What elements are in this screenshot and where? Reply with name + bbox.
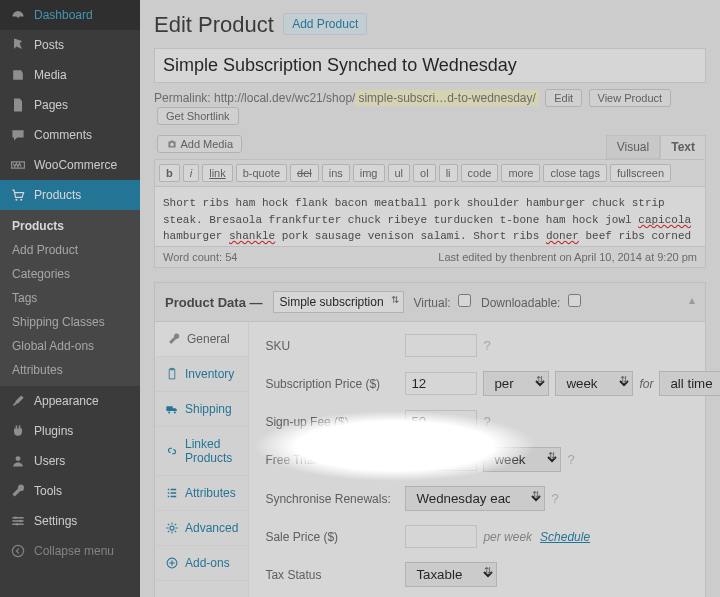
editor-toolbar: b i link b-quote del ins img ul ol li co… [154, 159, 706, 187]
tbtn-img[interactable]: img [353, 164, 385, 182]
plus-icon [165, 556, 179, 570]
edit-slug-button[interactable]: Edit [545, 89, 582, 107]
trial-input[interactable] [405, 448, 477, 471]
tab-attributes[interactable]: Attributes [155, 476, 248, 511]
help-icon[interactable]: ? [551, 491, 558, 506]
tab-visual[interactable]: Visual [606, 135, 660, 159]
downloadable-checkbox[interactable] [568, 294, 581, 307]
sidebar-item-comments[interactable]: Comments [0, 120, 140, 150]
tbtn-code[interactable]: code [461, 164, 499, 182]
svg-point-10 [168, 411, 170, 413]
tab-linked[interactable]: Linked Products [155, 427, 248, 476]
tab-general[interactable]: General [155, 322, 248, 357]
schedule-link[interactable]: Schedule [540, 530, 590, 544]
sidebar-item-tools[interactable]: Tools [0, 476, 140, 506]
sidebar-label: Products [34, 188, 81, 202]
add-media-button[interactable]: Add Media [157, 135, 242, 153]
sub-expire-select[interactable]: all time [659, 371, 720, 396]
sidebar-label: Dashboard [34, 8, 93, 22]
tbtn-closetags[interactable]: close tags [543, 164, 607, 182]
sync-label: Synchronise Renewals: [265, 492, 405, 506]
sub-interval-select[interactable]: week [555, 371, 633, 396]
submenu-add-product[interactable]: Add Product [0, 238, 140, 262]
tab-addons[interactable]: Add-ons [155, 546, 248, 581]
sale-input[interactable] [405, 525, 477, 548]
sidebar-item-dashboard[interactable]: Dashboard [0, 0, 140, 30]
help-icon[interactable]: ? [483, 414, 490, 429]
sidebar-item-appearance[interactable]: Appearance [0, 386, 140, 416]
pin-icon [10, 37, 26, 53]
field-tax-status: Tax Status Taxable [265, 562, 720, 587]
sliders-icon [10, 513, 26, 529]
collapse-menu[interactable]: Collapse menu [0, 536, 140, 566]
sidebar-item-users[interactable]: Users [0, 446, 140, 476]
product-type-select[interactable]: Simple subscription [273, 291, 404, 313]
product-title-input[interactable] [154, 48, 706, 83]
sidebar-label: Comments [34, 128, 92, 142]
sidebar-item-pages[interactable]: Pages [0, 90, 140, 120]
tbtn-b[interactable]: b [159, 164, 180, 182]
sidebar-label: Tools [34, 484, 62, 498]
tbtn-more[interactable]: more [501, 164, 540, 182]
submenu-products[interactable]: Products [0, 214, 140, 238]
sub-per-select[interactable]: per [483, 371, 549, 396]
tbtn-bquote[interactable]: b-quote [236, 164, 287, 182]
tab-shipping[interactable]: Shipping [155, 392, 248, 427]
sidebar-item-products[interactable]: Products [0, 180, 140, 210]
sub-price-label: Subscription Price ($) [265, 377, 405, 391]
tbtn-link[interactable]: link [202, 164, 233, 182]
sidebar-item-woocommerce[interactable]: WooCommerce [0, 150, 140, 180]
sidebar-item-plugins[interactable]: Plugins [0, 416, 140, 446]
dashboard-icon [10, 7, 26, 23]
signup-input[interactable] [405, 410, 477, 433]
word-count: 54 [225, 251, 237, 263]
camera-icon [166, 138, 178, 150]
get-shortlink-button[interactable]: Get Shortlink [157, 107, 239, 125]
sidebar-item-settings[interactable]: Settings [0, 506, 140, 536]
sale-label: Sale Price ($) [265, 530, 405, 544]
sku-input[interactable] [405, 334, 477, 357]
virtual-checkbox[interactable] [458, 294, 471, 307]
admin-sidebar: Dashboard Posts Media Pages Comments Woo… [0, 0, 140, 597]
tab-inventory[interactable]: Inventory [155, 357, 248, 392]
link-icon [165, 444, 179, 458]
svg-point-7 [16, 523, 18, 525]
submenu-global-addons[interactable]: Global Add-ons [0, 334, 140, 358]
tbtn-li[interactable]: li [439, 164, 458, 182]
tbtn-del[interactable]: del [290, 164, 319, 182]
tbtn-fullscreen[interactable]: fullscreen [610, 164, 671, 182]
list-icon [165, 486, 179, 500]
sub-price-input[interactable] [405, 372, 477, 395]
add-product-button[interactable]: Add Product [283, 13, 367, 35]
trial-unit-select[interactable]: week [483, 447, 561, 472]
submenu-categories[interactable]: Categories [0, 262, 140, 286]
virtual-label: Virtual: [414, 294, 471, 310]
svg-point-1 [16, 74, 19, 77]
plug-icon [10, 423, 26, 439]
content-editor[interactable]: Short ribs ham hock flank bacon meatball… [154, 187, 706, 247]
tbtn-ul[interactable]: ul [388, 164, 411, 182]
tab-advanced[interactable]: Advanced [155, 511, 248, 546]
tbtn-i[interactable]: i [183, 164, 199, 182]
tax-status-select[interactable]: Taxable [405, 562, 497, 587]
help-icon[interactable]: ? [483, 338, 490, 353]
submenu-shipping-classes[interactable]: Shipping Classes [0, 310, 140, 334]
sidebar-label: WooCommerce [34, 158, 117, 172]
sync-select[interactable]: Wednesday each week [405, 486, 545, 511]
cart-icon [10, 187, 26, 203]
sidebar-item-posts[interactable]: Posts [0, 30, 140, 60]
metabox-toggle[interactable]: ▴ [689, 293, 695, 307]
submenu-tags[interactable]: Tags [0, 286, 140, 310]
media-icon [10, 67, 26, 83]
collapse-label: Collapse menu [34, 544, 114, 558]
tbtn-ins[interactable]: ins [322, 164, 350, 182]
help-icon[interactable]: ? [567, 452, 574, 467]
submenu-attributes[interactable]: Attributes [0, 358, 140, 382]
tab-text[interactable]: Text [660, 135, 706, 159]
sidebar-item-media[interactable]: Media [0, 60, 140, 90]
svg-point-8 [12, 545, 23, 556]
wrench-icon [10, 483, 26, 499]
sidebar-label: Settings [34, 514, 77, 528]
tbtn-ol[interactable]: ol [413, 164, 436, 182]
view-product-button[interactable]: View Product [589, 89, 672, 107]
